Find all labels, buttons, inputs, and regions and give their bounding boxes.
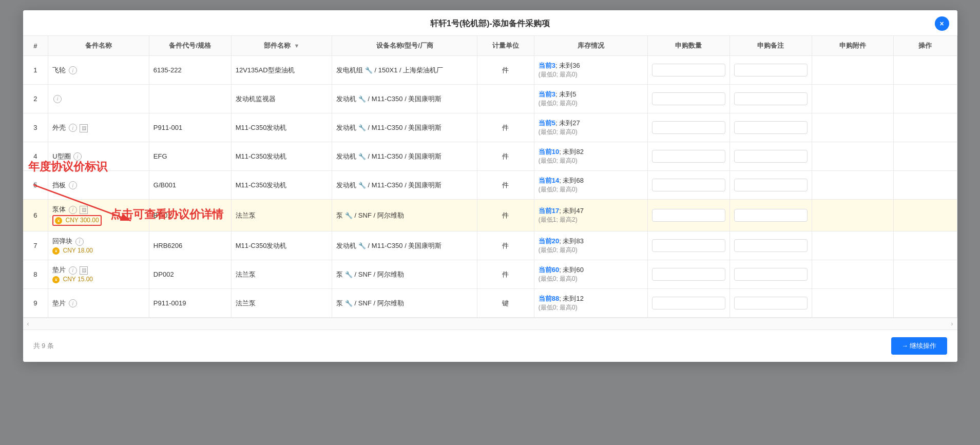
cell-device: 泵 🔧 / SNF / 阿尔维勒 bbox=[332, 289, 477, 318]
cell-num: 1 bbox=[23, 56, 48, 85]
col-header-unit: 计量单位 bbox=[477, 36, 534, 56]
remark-input[interactable] bbox=[734, 209, 808, 222]
close-button[interactable]: × bbox=[935, 16, 949, 31]
qty-input[interactable] bbox=[652, 64, 725, 76]
qty-input[interactable] bbox=[652, 179, 725, 191]
cell-num: 5 bbox=[23, 171, 48, 200]
cell-remark bbox=[729, 113, 812, 142]
cell-qty bbox=[648, 260, 730, 289]
wrench-icon: 🔧 bbox=[345, 271, 353, 278]
cell-qty bbox=[648, 85, 730, 113]
part-name-text: 飞轮 bbox=[52, 66, 66, 74]
cell-num: 7 bbox=[23, 231, 48, 260]
part-name-text: 回弹块 bbox=[52, 237, 72, 245]
part-name-text: 挡板 bbox=[52, 181, 66, 189]
cell-attach bbox=[812, 231, 894, 260]
info-icon[interactable]: i bbox=[69, 299, 77, 307]
stock-to: ; 未到60 bbox=[559, 266, 584, 274]
cell-attach bbox=[812, 85, 894, 113]
wrench-icon: 🔧 bbox=[358, 124, 366, 131]
stock-current: 当前17 bbox=[539, 207, 559, 215]
stock-current: 当前3 bbox=[539, 62, 555, 69]
continue-button[interactable]: → 继续操作 bbox=[891, 337, 947, 355]
qty-input[interactable] bbox=[652, 239, 725, 252]
cell-part: 12V135AD型柴油机 bbox=[231, 56, 332, 85]
qty-input[interactable] bbox=[652, 121, 725, 134]
scroll-right-icon[interactable]: › bbox=[951, 320, 953, 327]
remark-input[interactable] bbox=[734, 121, 808, 134]
cell-qty bbox=[648, 289, 730, 318]
coin-icon: ¥ bbox=[55, 217, 62, 224]
device-model: SNF bbox=[358, 270, 372, 278]
device-maker: 阿尔维勒 bbox=[377, 270, 404, 278]
remark-input[interactable] bbox=[734, 179, 808, 191]
cell-stock: 当前14; 未到68(最低0; 最高0) bbox=[534, 171, 647, 200]
qty-input[interactable] bbox=[652, 92, 725, 105]
qty-input[interactable] bbox=[652, 268, 725, 281]
cell-unit: 件 bbox=[477, 171, 534, 200]
scroll-left-icon[interactable]: ‹ bbox=[27, 320, 29, 327]
cell-stock: 当前20; 未到83(最低0; 最高0) bbox=[534, 231, 647, 260]
price-text: CNY 15.00 bbox=[63, 276, 93, 283]
filter-icon[interactable]: ▼ bbox=[294, 43, 299, 49]
cell-num: 9 bbox=[23, 289, 48, 318]
device-model: 150X1 bbox=[378, 66, 398, 74]
device-model: SNF bbox=[358, 211, 372, 219]
device-name: 发动机 bbox=[336, 124, 356, 131]
cell-attach bbox=[812, 200, 894, 231]
image-icon[interactable]: 🖼 bbox=[80, 206, 88, 214]
cell-op bbox=[894, 260, 957, 289]
device-model: M11-C350 bbox=[372, 242, 403, 249]
remark-input[interactable] bbox=[734, 92, 808, 105]
cell-unit: 件 bbox=[477, 200, 534, 231]
col-header-attach: 申购附件 bbox=[812, 36, 894, 56]
price-tag[interactable]: ¥ CNY 18.00 bbox=[52, 247, 93, 255]
col-header-stock: 库存情况 bbox=[534, 36, 647, 56]
device-maker: 美国康明斯 bbox=[408, 95, 441, 103]
price-tag[interactable]: ¥ CNY 15.00 bbox=[52, 276, 93, 283]
cell-device: 发电机组 🔧 / 150X1 / 上海柴油机厂 bbox=[332, 56, 477, 85]
modal-header: 轩轩1号(轮机部)-添加备件采购项 × bbox=[23, 10, 957, 36]
cell-num: 4 bbox=[23, 142, 48, 171]
device-maker: 美国康明斯 bbox=[408, 152, 441, 160]
cell-op bbox=[894, 289, 957, 318]
remark-input[interactable] bbox=[734, 150, 808, 163]
image-icon[interactable]: 🖼 bbox=[80, 124, 88, 132]
info-icon[interactable]: i bbox=[53, 95, 62, 103]
info-icon[interactable]: i bbox=[69, 66, 77, 74]
info-icon[interactable]: i bbox=[69, 266, 77, 275]
col-header-remark: 申购备注 bbox=[729, 36, 812, 56]
info-icon[interactable]: i bbox=[69, 124, 77, 132]
cell-op bbox=[894, 200, 957, 231]
qty-input[interactable] bbox=[652, 209, 725, 222]
info-icon[interactable]: i bbox=[75, 238, 84, 246]
cell-op bbox=[894, 85, 957, 113]
price-tag[interactable]: ¥ CNY 300.00 bbox=[52, 215, 102, 226]
remark-input[interactable] bbox=[734, 239, 808, 252]
coin-icon: ¥ bbox=[52, 276, 60, 283]
qty-input[interactable] bbox=[652, 297, 725, 309]
cell-op bbox=[894, 56, 957, 85]
table-row: 5挡板 iG/B001M11-C350发动机发动机 🔧 / M11-C350 /… bbox=[23, 171, 957, 200]
qty-input[interactable] bbox=[652, 150, 725, 163]
col-header-part: 部件名称 ▼ bbox=[231, 36, 332, 56]
info-icon[interactable]: i bbox=[69, 181, 77, 189]
device-model: M11-C350 bbox=[372, 152, 403, 160]
image-icon[interactable]: 🖼 bbox=[80, 266, 88, 275]
scroll-indicator: ‹ › bbox=[23, 318, 957, 330]
info-icon[interactable]: i bbox=[73, 152, 82, 161]
device-name: 发动机 bbox=[336, 95, 356, 103]
remark-input[interactable] bbox=[734, 268, 808, 281]
cell-part: 法兰泵 bbox=[231, 260, 332, 289]
stock-sub: (最低0; 最高0) bbox=[539, 157, 578, 164]
remark-input[interactable] bbox=[734, 64, 808, 76]
remark-input[interactable] bbox=[734, 297, 808, 309]
device-name: 泵 bbox=[336, 299, 343, 307]
info-icon[interactable]: i bbox=[69, 206, 77, 214]
cell-stock: 当前17; 未到47(最低1; 最高2) bbox=[534, 200, 647, 231]
cell-unit: 件 bbox=[477, 142, 534, 171]
coin-icon: ¥ bbox=[52, 247, 60, 255]
cell-device: 发动机 🔧 / M11-C350 / 美国康明斯 bbox=[332, 142, 477, 171]
stock-to: ; 未到27 bbox=[555, 119, 580, 127]
cell-part: M11-C350发动机 bbox=[231, 142, 332, 171]
